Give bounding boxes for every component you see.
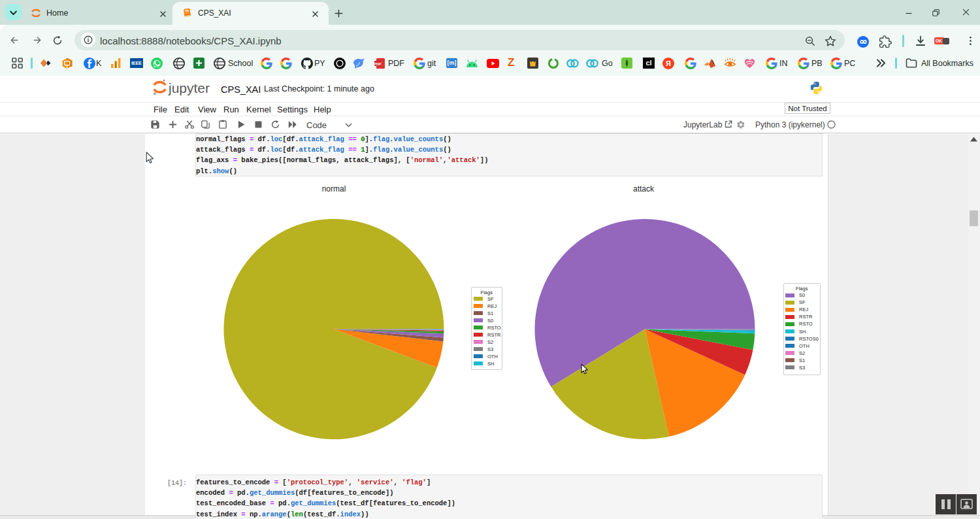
svg-text:Я: Я: [666, 59, 671, 67]
svg-text:PDF: PDF: [374, 62, 382, 66]
